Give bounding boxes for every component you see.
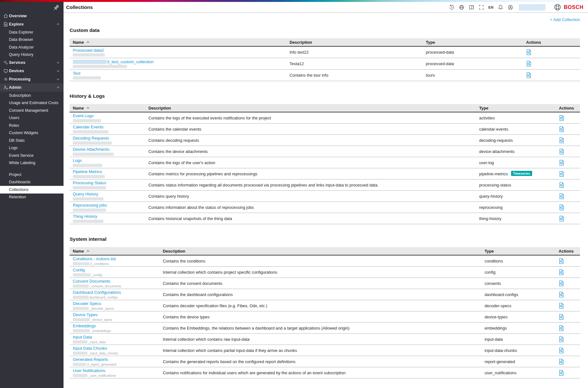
open-in-data-explorer-button[interactable]: [559, 193, 564, 199]
sidebar-item-query-history[interactable]: Query History: [0, 51, 64, 59]
collection-link[interactable]: Decoder Specs: [73, 301, 101, 306]
table-row-input-data: Input Data_input_dataInternal collection…: [70, 334, 580, 345]
sidebar-item-data-browser[interactable]: Data Browser: [0, 36, 64, 44]
table-row-user-notifications: User Notifications_user_notificationsCon…: [70, 367, 580, 378]
collection-link[interactable]: Conditions - Actions list: [73, 256, 116, 261]
collection-link[interactable]: Dashboard Configurations: [73, 290, 121, 295]
sidebar-item-logs[interactable]: Logs: [0, 144, 64, 152]
sidebar-item-data-analyzer[interactable]: Data Analyzer: [0, 43, 64, 51]
open-in-data-explorer-button[interactable]: [559, 314, 564, 320]
sidebar-item-label: Services: [9, 60, 25, 65]
sidebar-item-project[interactable]: Project: [0, 171, 64, 179]
collection-link[interactable]: Device Attachments: [73, 147, 109, 152]
manual-icon[interactable]: [469, 4, 474, 10]
open-in-data-explorer-button[interactable]: [559, 292, 564, 298]
open-in-data-explorer-button[interactable]: [559, 325, 564, 331]
open-in-data-explorer-button[interactable]: [559, 280, 564, 286]
collection-link[interactable]: Logs: [73, 158, 82, 163]
sidebar-item-admin[interactable]: Admin: [0, 83, 64, 92]
collection-link[interactable]: Config: [73, 268, 85, 272]
column-header-name[interactable]: Name: [70, 38, 286, 46]
table-header-row: NameDescriptionTypeActions: [70, 247, 580, 255]
redacted-collection-id: [73, 65, 127, 68]
sidebar-item-dashboards[interactable]: Dashboards: [0, 179, 64, 186]
collection-link[interactable]: Thing History: [73, 214, 97, 219]
column-header-name[interactable]: Name: [70, 247, 160, 255]
column-header-name[interactable]: Name: [70, 104, 145, 112]
open-in-data-explorer-button[interactable]: [559, 347, 564, 354]
sidebar-item-users[interactable]: Users: [0, 114, 64, 122]
add-collection-button[interactable]: + Add Collection: [70, 17, 580, 23]
sidebar-item-usage-and-estimated-costs[interactable]: Usage and Estimated Costs: [0, 99, 64, 107]
collection-link[interactable]: Calendar Events: [73, 125, 103, 129]
collection-link[interactable]: Decoding Requests: [73, 136, 109, 141]
open-in-data-explorer-button[interactable]: [559, 303, 564, 309]
sidebar-item-explore[interactable]: Explore: [0, 20, 64, 28]
sidebar-item-processing[interactable]: Processing: [0, 75, 64, 83]
sidebar-item-white-labeling[interactable]: White Labeling: [0, 159, 64, 167]
redacted-collection-id: [73, 262, 89, 265]
redacted-collection-id: [73, 363, 86, 366]
collection-id-suffix: 3_conditions: [90, 262, 109, 266]
sidebar-item-data-explorer[interactable]: Data Explorer: [0, 28, 64, 36]
redacted-collection-id: [73, 307, 89, 310]
open-in-data-explorer-button[interactable]: [559, 182, 564, 188]
open-in-data-explorer-button[interactable]: [559, 148, 564, 155]
collection-link[interactable]: Event Logs: [73, 113, 94, 118]
sidebar-item-custom-widgets[interactable]: Custom Widgets: [0, 129, 64, 137]
open-in-data-explorer-button[interactable]: [559, 336, 564, 342]
sidebar-item-subscription[interactable]: Subscription: [0, 92, 64, 99]
open-in-data-explorer-button[interactable]: [526, 72, 531, 78]
sidebar-item-services[interactable]: Services: [0, 58, 64, 67]
sidebar-item-devices[interactable]: Devices: [0, 67, 64, 75]
collection-link[interactable]: Pipeline Metrics: [73, 169, 102, 174]
open-in-data-explorer-button[interactable]: [559, 115, 564, 121]
open-in-data-explorer-button[interactable]: [559, 204, 564, 210]
language-selector[interactable]: EN: [488, 5, 494, 9]
collection-link[interactable]: Consent Documents: [73, 279, 110, 284]
sidebar-item-roles[interactable]: Roles: [0, 122, 64, 129]
collection-link[interactable]: Query History: [73, 192, 98, 196]
sidebar-item-retention[interactable]: Retention: [0, 194, 64, 201]
bosch-logo-icon: [554, 4, 561, 11]
sidebar-item-db-stats[interactable]: DB Stats: [0, 137, 64, 144]
collection-link[interactable]: Input Data: [73, 335, 92, 339]
open-in-data-explorer-button[interactable]: [559, 126, 564, 132]
fullscreen-icon[interactable]: [479, 4, 484, 10]
open-in-data-explorer-button[interactable]: [559, 137, 564, 143]
collection-link[interactable]: Test: [73, 71, 80, 76]
unpin-sidebar-icon[interactable]: [53, 4, 59, 11]
collection-link[interactable]: 3_test_custom_collection: [107, 59, 154, 64]
history-icon[interactable]: [449, 4, 455, 10]
collection-link[interactable]: Reprocessing jobs: [73, 203, 107, 208]
sidebar-item-event-service[interactable]: Event Service: [0, 152, 64, 159]
sidebar-item-label: Consent Management: [9, 108, 48, 113]
open-in-data-explorer-button[interactable]: [559, 216, 564, 222]
open-in-data-explorer-button[interactable]: [559, 359, 564, 365]
sidebar-item-consent-management[interactable]: Consent Management: [0, 107, 64, 114]
sidebar-item-overview[interactable]: Overview: [0, 12, 64, 20]
collection-link[interactable]: Processing Status: [73, 180, 106, 185]
collection-link[interactable]: Processed data2: [73, 48, 104, 53]
collection-link[interactable]: Device Types: [73, 312, 98, 317]
open-in-data-explorer-button[interactable]: [559, 160, 564, 166]
collection-type: processed-data: [426, 50, 454, 55]
globe-icon[interactable]: [459, 4, 464, 10]
open-in-data-explorer-button[interactable]: [526, 49, 531, 55]
open-in-data-explorer-button[interactable]: [559, 258, 564, 264]
sidebar: OverviewExploreData ExplorerData Browser…: [0, 2, 64, 388]
collection-link[interactable]: Generated Reports: [73, 357, 108, 362]
collection-link[interactable]: User Notifications: [73, 368, 105, 373]
account-icon[interactable]: [508, 4, 513, 10]
open-in-data-explorer-button[interactable]: [559, 171, 564, 177]
collection-link[interactable]: Embeddings: [73, 323, 96, 328]
open-in-data-explorer-button[interactable]: [526, 61, 531, 67]
open-in-data-explorer-button[interactable]: [559, 269, 564, 275]
bell-icon[interactable]: [498, 4, 503, 10]
collection-description: Contains the device attachments: [148, 149, 208, 154]
sidebar-item-collections[interactable]: Collections: [0, 186, 64, 194]
column-header-label: Type: [485, 249, 494, 254]
open-in-data-explorer-button[interactable]: [559, 370, 564, 376]
redacted-collection-id: [73, 220, 103, 223]
collection-link[interactable]: Input Data Chunks: [73, 346, 107, 351]
